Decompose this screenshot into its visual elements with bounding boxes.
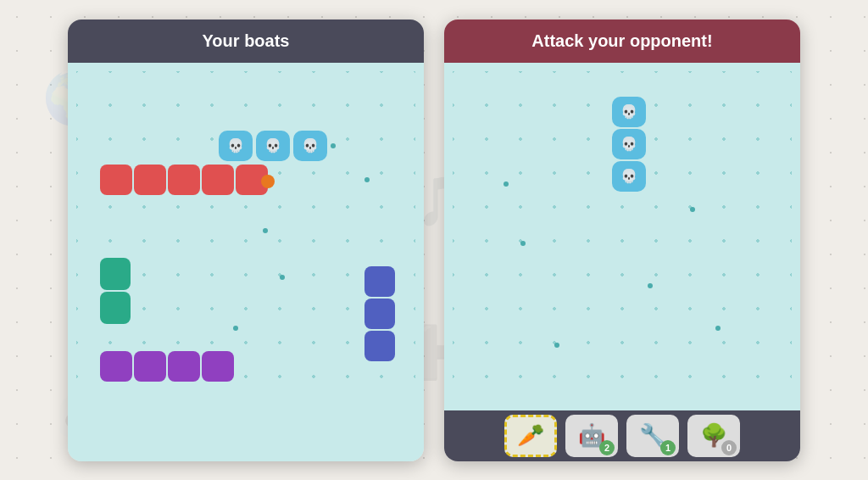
purple-boat-seg-3	[168, 351, 200, 382]
hit-marker	[261, 175, 275, 188]
weapons-footer: 🥕 🤖 2 🔧 1 🌳 0	[444, 410, 800, 461]
purple-boat-seg-1	[100, 351, 132, 382]
attack-game-grid[interactable]: 💀 💀 💀	[453, 71, 792, 402]
purple-boat-seg-4	[202, 351, 234, 382]
weapon-nuclear[interactable]: 🤖 2	[565, 415, 618, 457]
missile-icon: 🥕	[517, 422, 544, 449]
dot-marker	[263, 228, 268, 233]
attack-skull-seg-1: 💀	[612, 97, 646, 127]
skull-boat-seg-3: 💀	[293, 131, 327, 161]
teal-boat-seg-1	[100, 258, 131, 290]
panels-container: Your boats 💀 💀 💀	[68, 20, 800, 461]
darkblue-boat-seg-2	[364, 299, 395, 329]
darkblue-boat-seg-3	[364, 331, 395, 361]
your-boats-title: Your boats	[203, 31, 290, 50]
dot-marker	[331, 143, 336, 148]
your-boats-header: Your boats	[68, 20, 424, 63]
purple-boat-seg-2	[134, 351, 166, 382]
tree-count: 0	[721, 440, 737, 455]
attack-panel: Attack your opponent! 💀 💀 💀 🥕	[444, 20, 800, 461]
dot-marker	[715, 326, 721, 331]
your-boats-grid: 💀 💀 💀	[68, 63, 424, 461]
attack-header: Attack your opponent!	[444, 20, 800, 63]
red-boat-seg-3	[168, 165, 200, 195]
skull-boat-seg-1: 💀	[219, 131, 253, 161]
dot-marker	[280, 275, 285, 280]
weapon-tree[interactable]: 🌳 0	[687, 415, 740, 457]
teal-boat-seg-2	[100, 292, 131, 324]
dot-marker	[504, 181, 509, 187]
skull-boat-seg-2: 💀	[256, 131, 290, 161]
weapon-missile[interactable]: 🥕	[504, 415, 557, 457]
red-boat-seg-4	[202, 165, 234, 195]
darkblue-boat-seg-1	[364, 266, 395, 297]
dot-marker	[364, 177, 370, 182]
attack-title: Attack your opponent!	[531, 31, 712, 50]
nuclear-count: 2	[599, 440, 615, 455]
weapon-spike[interactable]: 🔧 1	[626, 415, 679, 457]
dot-marker	[554, 343, 559, 348]
red-boat-seg-2	[134, 165, 166, 195]
red-boat-seg-1	[100, 165, 132, 195]
attack-skull-seg-2: 💀	[612, 129, 646, 159]
dot-marker	[233, 326, 238, 331]
dot-marker	[648, 283, 653, 288]
your-boats-game-grid: 💀 💀 💀	[76, 71, 415, 402]
dot-marker	[690, 207, 695, 212]
attack-skull-seg-3: 💀	[612, 161, 646, 192]
attack-grid[interactable]: 💀 💀 💀	[444, 63, 800, 410]
your-boats-panel: Your boats 💀 💀 💀	[68, 20, 424, 461]
spike-count: 1	[660, 440, 676, 455]
dot-marker	[520, 241, 526, 246]
